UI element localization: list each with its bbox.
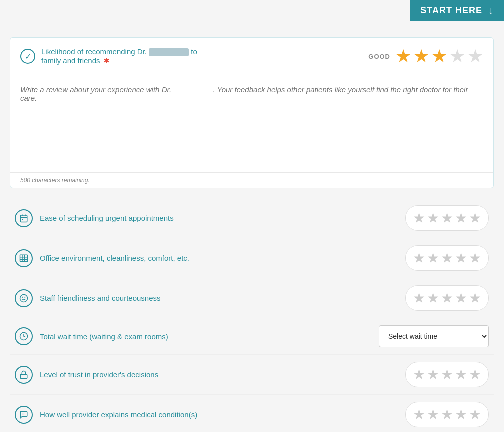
rec-label-middle: to	[191, 47, 198, 56]
survey-item-left-scheduling: Ease of scheduling urgent appointments	[15, 209, 174, 227]
review-section: 500 characters remaining.	[10, 75, 494, 188]
review-textarea[interactable]	[10, 75, 494, 170]
staff-label: Staff friendliness and courteousness	[40, 294, 161, 302]
trust-stars[interactable]: ★★★★★	[406, 362, 489, 387]
start-here-label: START HERE	[420, 5, 482, 16]
recommendation-stars[interactable]: ★ ★ ★ ★ ★	[396, 46, 484, 67]
rec-star-1[interactable]: ★	[396, 46, 412, 67]
staff-stars[interactable]: ★★★★★	[406, 285, 489, 311]
svg-rect-5	[20, 255, 28, 262]
start-here-arrow-icon: ↓	[488, 5, 494, 16]
staff-star-5[interactable]: ★	[469, 290, 482, 306]
svg-rect-4	[22, 219, 23, 220]
office-star-4[interactable]: ★	[455, 250, 468, 266]
rec-label-prefix: Likelihood of recommending Dr.	[42, 47, 147, 56]
explains-label: How well provider explains medical condi…	[40, 410, 198, 419]
required-asterisk: ✱	[104, 56, 110, 65]
staff-star-4[interactable]: ★	[455, 290, 468, 306]
office-label: Office environment, cleanliness, comfort…	[40, 254, 190, 262]
survey-item-scheduling: Ease of scheduling urgent appointments★★…	[10, 198, 494, 238]
survey-item-wait_time: Total wait time (waiting & exam rooms)Se…	[10, 318, 494, 355]
scheduling-star-1[interactable]: ★	[413, 210, 426, 226]
doctor-name-blurred	[149, 48, 189, 56]
survey-item-left-wait_time: Total wait time (waiting & exam rooms)	[15, 327, 168, 345]
scheduling-stars[interactable]: ★★★★★	[406, 205, 489, 231]
explains-star-3[interactable]: ★	[441, 406, 454, 423]
staff-star-1[interactable]: ★	[413, 290, 426, 306]
scheduling-label: Ease of scheduling urgent appointments	[40, 214, 174, 222]
recommendation-card: ✓ Likelihood of recommending Dr. to fami…	[10, 37, 494, 188]
wait_time-label: Total wait time (waiting & exam rooms)	[40, 332, 168, 341]
rec-star-3[interactable]: ★	[432, 46, 448, 67]
trust-star-3[interactable]: ★	[441, 366, 454, 383]
rec-star-5[interactable]: ★	[468, 46, 484, 67]
explains-star-2[interactable]: ★	[427, 406, 440, 423]
survey-item-left-explains: How well provider explains medical condi…	[15, 406, 198, 424]
rec-star-2[interactable]: ★	[414, 46, 430, 67]
rec-label-suffix: family and friends	[42, 56, 100, 65]
explains-star-4[interactable]: ★	[455, 406, 468, 423]
recommendation-header: ✓ Likelihood of recommending Dr. to fami…	[10, 38, 494, 75]
office-stars[interactable]: ★★★★★	[406, 245, 489, 271]
trust-star-4[interactable]: ★	[455, 366, 468, 383]
svg-point-16	[24, 413, 24, 414]
svg-point-15	[22, 413, 24, 414]
start-here-banner: START HERE ↓	[410, 0, 504, 21]
staff-icon	[15, 289, 33, 307]
trust-star-5[interactable]: ★	[469, 366, 482, 383]
staff-star-3[interactable]: ★	[441, 290, 454, 306]
svg-rect-14	[20, 374, 28, 378]
wait-time-select[interactable]: Select wait timeLess than 5 minutes5-10 …	[379, 325, 489, 347]
svg-point-10	[20, 294, 28, 302]
office-star-1[interactable]: ★	[413, 250, 426, 266]
scheduling-star-2[interactable]: ★	[427, 210, 440, 226]
office-star-5[interactable]: ★	[469, 250, 482, 266]
svg-rect-0	[20, 215, 28, 222]
survey-item-left-staff: Staff friendliness and courteousness	[15, 289, 161, 307]
svg-point-17	[25, 413, 26, 414]
rec-star-4[interactable]: ★	[450, 46, 466, 67]
explains-stars[interactable]: ★★★★★	[406, 402, 489, 427]
explains-icon	[15, 406, 33, 424]
scheduling-star-4[interactable]: ★	[455, 210, 468, 226]
survey-item-staff: Staff friendliness and courteousness★★★★…	[10, 278, 494, 318]
survey-items: Ease of scheduling urgent appointments★★…	[10, 198, 494, 432]
check-icon: ✓	[20, 49, 36, 64]
wait_time-icon	[15, 327, 33, 345]
survey-item-explains: How well provider explains medical condi…	[10, 395, 494, 432]
trust-star-2[interactable]: ★	[427, 366, 440, 383]
char-count: 500 characters remaining.	[10, 172, 494, 188]
recommendation-text: Likelihood of recommending Dr. to family…	[42, 47, 362, 65]
office-icon	[15, 249, 33, 267]
trust-icon	[15, 366, 33, 384]
trust-label: Level of trust in provider's decisions	[40, 370, 158, 379]
trust-star-1[interactable]: ★	[413, 366, 426, 383]
scheduling-star-5[interactable]: ★	[469, 210, 482, 226]
survey-item-left-office: Office environment, cleanliness, comfort…	[15, 249, 190, 267]
survey-item-office: Office environment, cleanliness, comfort…	[10, 238, 494, 278]
staff-star-2[interactable]: ★	[427, 290, 440, 306]
explains-star-1[interactable]: ★	[413, 406, 426, 423]
office-star-2[interactable]: ★	[427, 250, 440, 266]
survey-item-trust: Level of trust in provider's decisions★★…	[10, 355, 494, 395]
survey-item-left-trust: Level of trust in provider's decisions	[15, 366, 158, 384]
explains-star-5[interactable]: ★	[469, 406, 482, 423]
scheduling-star-3[interactable]: ★	[441, 210, 454, 226]
rating-section: GOOD ★ ★ ★ ★ ★	[368, 46, 484, 67]
good-label: GOOD	[368, 53, 390, 60]
scheduling-icon	[15, 209, 33, 227]
office-star-3[interactable]: ★	[441, 250, 454, 266]
